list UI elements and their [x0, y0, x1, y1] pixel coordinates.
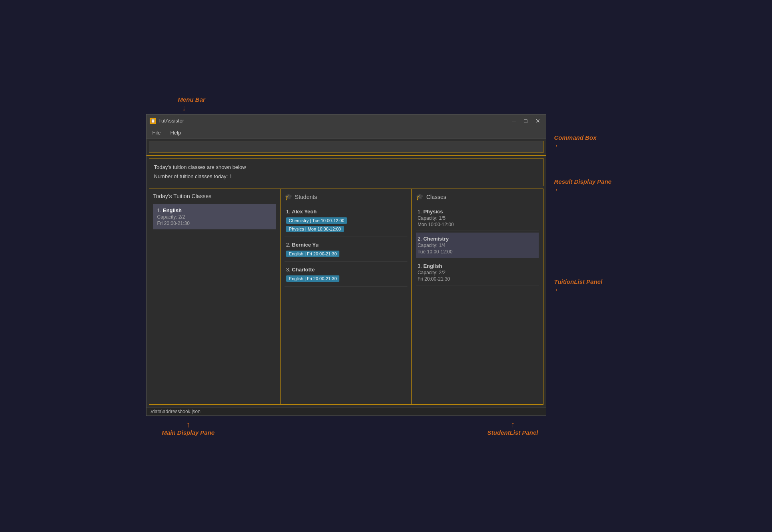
result-line-1: Today's tuition classes are shown below	[154, 163, 538, 172]
student-item-1[interactable]: 1. Alex Yeoh Chemistry | Tue 10:00-12:00…	[285, 205, 407, 237]
classes-panel-title: 🎓 Classes	[416, 193, 539, 201]
today-class-item-1[interactable]: 1. English Capacity: 2/2 Fri 20:00-21:30	[153, 204, 276, 229]
menu-bar-annotation: Menu Bar	[178, 96, 205, 103]
minimize-button[interactable]: ─	[509, 117, 518, 124]
student-item-2[interactable]: 2. Bernice Yu English | Fri 20:00-21:30	[285, 239, 407, 262]
today-class-capacity-1: Capacity: 2/2	[157, 214, 272, 220]
tuition-list-annotation: TuitionList Panel	[554, 278, 603, 285]
classes-panel: 🎓 Classes 1. Physics Capacity: 1/5 Mon 1…	[412, 189, 543, 404]
student-3-name: Charlotte	[292, 267, 315, 273]
tuition-list-arrow: ←	[554, 285, 562, 294]
status-bar: .\data\addressbook.json	[146, 407, 546, 416]
tuition-list-annotation-block: TuitionList Panel ←	[554, 278, 626, 294]
class-2-name: Chemistry	[423, 236, 449, 242]
status-text: .\data\addressbook.json	[150, 409, 201, 414]
today-panel-title: Today's Tuition Classes	[153, 193, 276, 199]
class-item-2[interactable]: 2. Chemistry Capacity: 1/4 Tue 10:00-12:…	[416, 233, 539, 258]
command-input[interactable]	[149, 141, 543, 153]
student-2-number: 2.	[286, 242, 291, 248]
student-item-3[interactable]: 3. Charlotte English | Fri 20:00-21:30	[285, 263, 407, 287]
result-display-annotation: Result Display Pane	[554, 178, 612, 185]
class-2-capacity: Capacity: 1/4	[417, 243, 537, 248]
class-1-schedule: Mon 10:00-12:00	[417, 222, 537, 227]
student-2-name: Bernice Yu	[292, 242, 319, 248]
student-1-number: 1.	[286, 209, 291, 215]
menu-help[interactable]: Help	[166, 128, 185, 137]
students-title-text: Students	[295, 194, 317, 200]
command-box-arrow: ←	[554, 141, 562, 150]
result-display-pane: Today's tuition classes are shown below …	[149, 158, 543, 186]
menu-bar: File Help	[146, 127, 546, 139]
student-3-number: 3.	[286, 267, 291, 273]
classes-title-text: Classes	[426, 194, 446, 200]
student-1-name: Alex Yeoh	[292, 209, 317, 215]
maximize-button[interactable]: □	[521, 117, 529, 124]
close-button[interactable]: ✕	[533, 117, 543, 124]
main-display-annotation-block: ↑ Main Display Pane	[162, 420, 215, 436]
command-box-annotation: Command Box	[554, 134, 597, 141]
today-tuition-panel: Today's Tuition Classes 1. English Capac…	[149, 189, 281, 404]
result-display-arrow: ←	[554, 185, 562, 194]
student-1-tag-1: Chemistry | Tue 10:00-12:00	[286, 217, 347, 224]
today-class-schedule-1: Fri 20:00-21:30	[157, 221, 272, 226]
panels-area: Today's Tuition Classes 1. English Capac…	[149, 189, 543, 405]
class-3-schedule: Fri 20:00-21:30	[417, 276, 537, 282]
class-1-name: Physics	[423, 209, 443, 215]
class-3-number: 3.	[417, 263, 422, 269]
window-title: TutAssistor	[158, 118, 184, 124]
students-panel-title: 🎓 Students	[285, 193, 407, 201]
main-display-annotation: Main Display Pane	[162, 429, 215, 436]
class-1-capacity: Capacity: 1/5	[417, 215, 537, 221]
app-window: 📋 TutAssistor ─ □ ✕ File Help	[146, 114, 546, 416]
today-class-name-1: English	[163, 207, 182, 213]
command-box-wrapper	[146, 139, 546, 156]
student-3-tag-1: English | Fri 20:00-21:30	[286, 275, 340, 282]
class-item-3[interactable]: 3. English Capacity: 2/2 Fri 20:00-21:30	[416, 260, 539, 285]
classes-icon: 🎓	[416, 193, 424, 201]
result-line-2: Number of tuition classes today: 1	[154, 172, 538, 181]
today-panel-title-text: Today's Tuition Classes	[153, 193, 212, 199]
result-display-annotation-block: Result Display Pane ←	[554, 178, 626, 194]
class-2-schedule: Tue 10:00-12:00	[417, 249, 537, 255]
app-icon: 📋	[150, 118, 156, 124]
student-1-tag-2: Physics | Mon 10:00-12:00	[286, 226, 344, 232]
class-3-capacity: Capacity: 2/2	[417, 270, 537, 275]
students-icon: 🎓	[285, 193, 293, 201]
class-1-number: 1.	[417, 209, 422, 215]
students-panel: 🎓 Students 1. Alex Yeoh Chemistry | Tue …	[281, 189, 412, 404]
command-box-annotation-block: Command Box ←	[554, 134, 626, 150]
student-2-tag-1: English | Fri 20:00-21:30	[286, 251, 340, 257]
today-class-number-1: 1.	[157, 207, 162, 213]
menu-file[interactable]: File	[148, 128, 165, 137]
class-item-1[interactable]: 1. Physics Capacity: 1/5 Mon 10:00-12:00	[416, 205, 539, 231]
student-list-annotation: StudentList Panel	[487, 429, 538, 436]
class-2-number: 2.	[417, 236, 422, 242]
student-list-annotation-block: ↑ StudentList Panel	[487, 420, 538, 436]
title-bar: 📋 TutAssistor ─ □ ✕	[146, 114, 546, 127]
class-3-name: English	[423, 263, 442, 269]
